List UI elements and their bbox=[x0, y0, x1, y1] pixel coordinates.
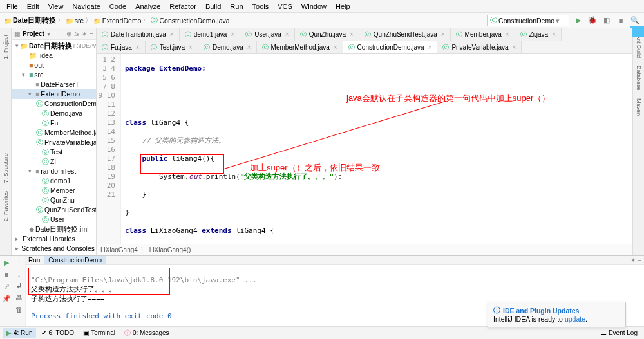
tree-item[interactable]: ■ DateParserT bbox=[12, 80, 96, 89]
console-line: Process finished with exit code 0 bbox=[31, 312, 172, 320]
crumb-class[interactable]: LiXiaoGang4 bbox=[100, 246, 138, 253]
search-everywhere-icon[interactable]: 🔍 bbox=[630, 15, 640, 26]
editor-tab[interactable]: ⓒMemberMethod.java× bbox=[257, 41, 343, 53]
menu-help[interactable]: Help bbox=[332, 1, 354, 12]
close-icon[interactable]: × bbox=[513, 44, 516, 51]
tree-item[interactable]: ⓒ Zi bbox=[12, 157, 96, 167]
menu-run[interactable]: Run bbox=[226, 1, 247, 12]
close-icon[interactable]: × bbox=[170, 31, 174, 38]
side-structure[interactable]: 7: Structure bbox=[3, 153, 9, 183]
editor-tab[interactable]: ⓒUser.java× bbox=[240, 28, 295, 41]
code-editor[interactable]: 1 2 3 4 5 6 7 8 9 10 11 12 13 14 15 16 1… bbox=[97, 54, 632, 244]
menu-vcs[interactable]: VCS bbox=[274, 1, 296, 12]
pin-icon[interactable]: 📌 bbox=[2, 295, 11, 303]
editor-tab[interactable]: ⓒQunZhuSendTest.java× bbox=[359, 28, 451, 41]
tree-item[interactable]: ▾■ randomTest bbox=[12, 167, 96, 176]
menu-refactor[interactable]: Refactor bbox=[166, 1, 200, 12]
tree-item[interactable]: ⓒ User bbox=[12, 215, 96, 224]
wrap-icon[interactable]: ↲ bbox=[16, 282, 22, 290]
editor-tab[interactable]: ⓒDemo.java× bbox=[198, 41, 257, 53]
tree-item[interactable]: ⓒ ConstructionDemo. bbox=[12, 99, 96, 109]
menu-analyze[interactable]: Analyze bbox=[131, 1, 164, 12]
close-icon[interactable]: × bbox=[231, 31, 234, 38]
close-icon[interactable]: × bbox=[428, 44, 432, 51]
hide-icon[interactable]: − bbox=[90, 30, 93, 37]
menu-build[interactable]: Build bbox=[202, 1, 225, 12]
tree-item[interactable]: ⓒ MemberMethod.ja bbox=[12, 128, 96, 138]
run-tab[interactable]: ConstructionDemo bbox=[44, 256, 106, 264]
editor-tab[interactable]: ⓒZi.java× bbox=[515, 28, 562, 41]
tree-item[interactable]: ⓒ Member bbox=[12, 186, 96, 196]
up-icon[interactable]: ↑ bbox=[17, 259, 21, 266]
side-database[interactable]: Database bbox=[636, 66, 642, 91]
gear-icon[interactable]: ✶ bbox=[82, 30, 87, 37]
menu-window[interactable]: Window bbox=[298, 1, 330, 12]
tree-item[interactable]: .idea bbox=[12, 51, 96, 60]
tree-item[interactable]: ⓒ Demo.java bbox=[12, 109, 96, 118]
coverage-button-icon[interactable]: ◧ bbox=[601, 15, 612, 26]
tree-item[interactable]: ⓒ PrivateVariable.jav bbox=[12, 138, 96, 147]
close-icon[interactable]: × bbox=[552, 31, 556, 38]
print-icon[interactable]: 🖶 bbox=[15, 294, 23, 302]
close-icon[interactable]: × bbox=[285, 31, 289, 38]
close-icon[interactable]: × bbox=[247, 44, 251, 51]
layout-icon[interactable]: ⤢ bbox=[4, 282, 10, 291]
breadcrumb-src[interactable]: src bbox=[75, 17, 84, 24]
breadcrumb-pkg[interactable]: ExtendDemo bbox=[102, 17, 142, 24]
side-antbuild[interactable]: Ant Build bbox=[636, 35, 642, 58]
tree-item[interactable]: ▾■ ExtendDemo bbox=[12, 89, 96, 99]
close-icon[interactable]: × bbox=[189, 44, 193, 51]
close-icon[interactable]: × bbox=[441, 31, 445, 38]
menu-navigate[interactable]: Navigate bbox=[68, 1, 104, 12]
tree-item[interactable]: ▸Scratches and Consoles bbox=[12, 244, 96, 253]
side-maven[interactable]: Maven bbox=[636, 98, 642, 116]
editor-tab[interactable]: ⓒdemo1.java× bbox=[180, 28, 241, 41]
tree-item[interactable]: ⓒ Test bbox=[12, 147, 96, 157]
close-icon[interactable]: × bbox=[334, 44, 337, 51]
close-icon[interactable]: × bbox=[506, 31, 509, 38]
project-root[interactable]: ▾Date日期转换 F:\IDEAworkSpace bbox=[12, 41, 96, 51]
run-config-select[interactable]: ⓒ ConstructionDemo ▾ bbox=[487, 15, 569, 26]
tree-item[interactable]: ⓒ Fu bbox=[12, 118, 96, 128]
debug-button-icon[interactable]: 🐞 bbox=[587, 15, 598, 26]
tree-item[interactable]: ■ out bbox=[12, 60, 96, 70]
trash-icon[interactable]: 🗑 bbox=[15, 306, 23, 313]
close-icon[interactable]: × bbox=[136, 44, 140, 51]
editor-tab[interactable]: ⓒTest.java× bbox=[146, 41, 198, 53]
rerun-icon[interactable]: ▶ bbox=[4, 259, 9, 267]
collapse-icon[interactable]: ⇲ bbox=[74, 30, 79, 37]
crumb-method[interactable]: LiXiaoGang4() bbox=[149, 246, 191, 253]
close-icon[interactable]: × bbox=[350, 31, 354, 38]
menu-code[interactable]: Code bbox=[106, 1, 130, 12]
editor-tab[interactable]: ⓒMember.java× bbox=[451, 28, 515, 41]
notif-update-link[interactable]: update bbox=[565, 315, 585, 323]
project-header[interactable]: Project bbox=[23, 30, 44, 37]
menu-edit[interactable]: Edit bbox=[23, 1, 43, 12]
tree-item[interactable]: ◆ Date日期转换.iml bbox=[12, 224, 96, 234]
editor-tab[interactable]: ⓒPrivateVariable.java× bbox=[437, 41, 522, 53]
editor-tab[interactable]: ⓒFu.java× bbox=[97, 41, 146, 53]
side-favorites[interactable]: 2: Favorites bbox=[3, 191, 9, 221]
run-button-icon[interactable]: ▶ bbox=[573, 15, 583, 26]
stop-button-icon[interactable]: ■ bbox=[616, 15, 626, 26]
tree-item[interactable]: ▾■ src bbox=[12, 70, 96, 80]
side-project[interactable]: 1: Project bbox=[3, 35, 9, 59]
down-icon[interactable]: ↓ bbox=[17, 270, 21, 278]
locate-icon[interactable]: ⊕ bbox=[66, 30, 71, 37]
tree-item[interactable]: ▸External Libraries bbox=[12, 234, 96, 244]
editor-tab[interactable]: ⓒDateTransition.java× bbox=[97, 28, 180, 41]
breadcrumb-root[interactable]: Date日期转换 bbox=[13, 16, 56, 25]
tree-item[interactable]: ⓒ QunZhuSendTest bbox=[12, 205, 96, 215]
editor-area: ⓒDateTransition.java×ⓒdemo1.java×ⓒUser.j… bbox=[97, 28, 632, 255]
tree-item[interactable]: ⓒ demo1 bbox=[12, 176, 96, 186]
run-gear-icon[interactable]: ✶ − bbox=[630, 257, 641, 264]
menu-view[interactable]: View bbox=[44, 1, 68, 12]
breadcrumb-file[interactable]: ConstructionDemo.java bbox=[159, 17, 229, 24]
editor-tab[interactable]: ⓒConstructionDemo.java× bbox=[343, 41, 438, 53]
stop-icon[interactable]: ■ bbox=[5, 271, 9, 279]
editor-tab[interactable]: ⓒQunZhu.java× bbox=[295, 28, 359, 41]
menu-tools[interactable]: Tools bbox=[249, 1, 273, 12]
menu-file[interactable]: File bbox=[3, 1, 22, 12]
tree-item[interactable]: ⓒ QunZhu bbox=[12, 196, 96, 205]
notification-balloon[interactable]: ⓘ IDE and Plugin Updates IntelliJ IDEA i… bbox=[488, 302, 626, 327]
